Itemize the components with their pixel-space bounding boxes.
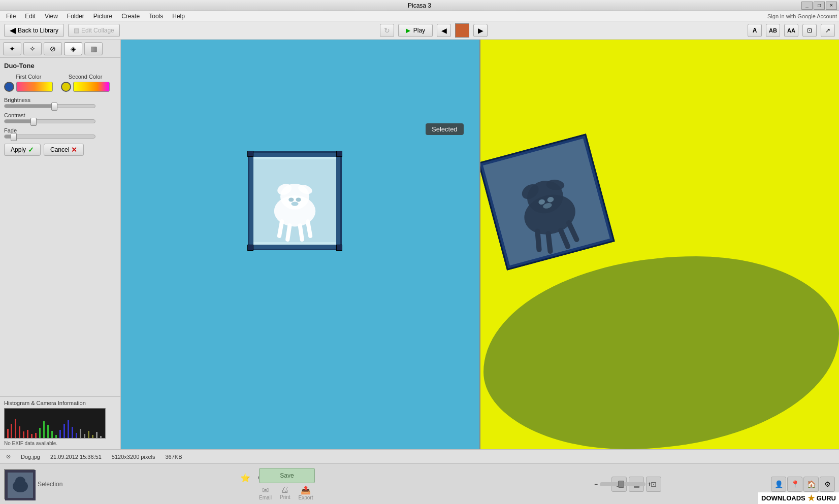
export-button[interactable]: 📤 Export [299, 485, 313, 500]
svg-rect-15 [68, 420, 69, 439]
close-button[interactable]: × [826, 2, 837, 10]
settings-icon-button[interactable]: ⚙ [820, 477, 835, 492]
svg-rect-10 [47, 425, 49, 439]
minimize-button[interactable]: _ [801, 2, 813, 10]
toolbar: ◀ Back to Library ▤ Edit Collage ↻ ▶ Pla… [0, 21, 839, 40]
downloads-watermark: DOWNLOADS ★ GURU [758, 492, 839, 504]
basic-fixes-tab[interactable]: ✦ [3, 42, 21, 55]
downloads-text: DOWNLOADS [761, 494, 805, 502]
green-blob [483, 256, 839, 449]
share-button[interactable]: ↗ [821, 24, 835, 37]
text-button-ab[interactable]: AB [766, 24, 780, 37]
menu-file[interactable]: File [2, 12, 20, 21]
album-icon-button[interactable]: 🏠 [803, 477, 819, 492]
person-icon-button[interactable]: 👤 [771, 477, 786, 492]
back-to-library-button[interactable]: ◀ Back to Library [4, 24, 64, 37]
status-dimensions: 5120x3200 pixels [112, 454, 155, 460]
left-image-panel [121, 40, 480, 449]
effects-tab[interactable]: ⊘ [44, 42, 62, 55]
menu-picture[interactable]: Picture [89, 12, 116, 21]
sign-in-link[interactable]: Sign in with Google Account [767, 13, 837, 19]
duotone-title: Duo-Tone [4, 62, 116, 70]
menu-help[interactable]: Help [168, 12, 189, 21]
second-color-label: Second Color [69, 74, 103, 80]
first-color-group: First Color [4, 74, 53, 92]
svg-line-32 [279, 221, 282, 236]
star-button[interactable]: ⭐ [239, 471, 252, 484]
apply-button[interactable]: Apply ✓ [4, 144, 41, 156]
brightness-track[interactable] [4, 104, 95, 108]
upload-area: Save ✉ Email 🖨 Print 📤 Export [259, 468, 315, 500]
bottombar: Selection ⭐ ↺ ↻ Save ✉ Email 🖨 Print 📤 E… [0, 463, 839, 504]
frame-border-right [480, 133, 615, 270]
svg-rect-21 [92, 435, 93, 439]
zoom-in-icon[interactable]: + [648, 481, 651, 488]
handle-top-left[interactable] [247, 151, 253, 157]
svg-rect-17 [76, 433, 77, 439]
histogram-section: Histogram & Camera Information [0, 396, 120, 449]
app-title: Picasa 3 [408, 2, 431, 9]
play-button[interactable]: ▶ Play [398, 24, 433, 37]
second-color-gradient[interactable] [73, 82, 110, 92]
fit-button[interactable]: ⊡ [802, 24, 817, 37]
collage-tab[interactable]: ▦ [84, 42, 103, 55]
handle-bottom-left[interactable] [247, 245, 253, 251]
zoom-slider[interactable] [600, 482, 646, 486]
menu-view[interactable]: View [41, 12, 62, 21]
brightness-label: Brightness [4, 97, 116, 103]
text-button-a[interactable]: A [748, 24, 762, 37]
contrast-track[interactable] [4, 119, 95, 123]
thumbnail-image[interactable] [4, 469, 35, 499]
histogram-title: Histogram & Camera Information [4, 400, 116, 406]
edit-collage-button[interactable]: ▤ Edit Collage [68, 24, 120, 37]
save-button[interactable]: Save [259, 468, 315, 483]
zoom-thumb[interactable] [618, 481, 624, 488]
menu-edit[interactable]: Edit [21, 12, 40, 21]
print-icon: 🖨 [281, 485, 289, 494]
svg-rect-20 [88, 431, 89, 439]
first-color-gradient[interactable] [16, 82, 53, 92]
maximize-button[interactable]: □ [814, 2, 825, 10]
collage-icon: ▦ [90, 45, 97, 53]
print-button[interactable]: 🖨 Print [280, 485, 291, 500]
second-color-group: Second Color [61, 74, 110, 92]
svg-rect-0 [7, 429, 9, 439]
first-color-circle[interactable] [4, 82, 14, 92]
menu-folder[interactable]: Folder [63, 12, 88, 21]
creative-kit-tab[interactable]: ◈ [64, 42, 82, 55]
handle-bottom-right[interactable] [336, 245, 342, 251]
menu-tools[interactable]: Tools [145, 12, 167, 21]
tuning-tab[interactable]: ✧ [23, 42, 42, 55]
svg-rect-8 [39, 428, 41, 439]
email-button[interactable]: ✉ Email [259, 485, 272, 500]
text-button-aa[interactable]: AA [784, 24, 798, 37]
menu-create[interactable]: Create [117, 12, 144, 21]
first-color-swatch-row [4, 82, 53, 92]
svg-rect-1 [11, 424, 12, 439]
refresh-button[interactable]: ↻ [380, 24, 394, 37]
fade-thumb[interactable] [11, 133, 17, 141]
second-color-circle[interactable] [61, 82, 71, 92]
effects-icon: ⊘ [50, 45, 56, 53]
cancel-button[interactable]: Cancel ✕ [44, 144, 84, 156]
svg-rect-22 [96, 432, 98, 439]
prev-button[interactable]: ◀ [437, 24, 451, 37]
selection-label: Selection [38, 481, 62, 488]
histogram-canvas [4, 408, 106, 439]
action-buttons: Apply ✓ Cancel ✕ [4, 144, 116, 156]
creative-kit-icon: ◈ [71, 45, 76, 53]
brightness-thumb[interactable] [51, 103, 57, 111]
fade-label: Fade [4, 127, 116, 133]
contrast-thumb[interactable] [30, 118, 37, 126]
first-color-label: First Color [16, 74, 42, 80]
photo-thumbnail [455, 23, 469, 38]
fade-track[interactable] [4, 135, 95, 139]
fade-row: Fade [4, 127, 116, 139]
basic-fixes-icon: ✦ [9, 45, 15, 53]
svg-rect-6 [31, 434, 33, 439]
brightness-fill [5, 105, 54, 108]
zoom-out-icon[interactable]: − [594, 481, 598, 488]
next-button[interactable]: ▶ [473, 24, 488, 37]
handle-top-right[interactable] [336, 151, 342, 157]
location-icon-button[interactable]: 📍 [787, 477, 802, 492]
